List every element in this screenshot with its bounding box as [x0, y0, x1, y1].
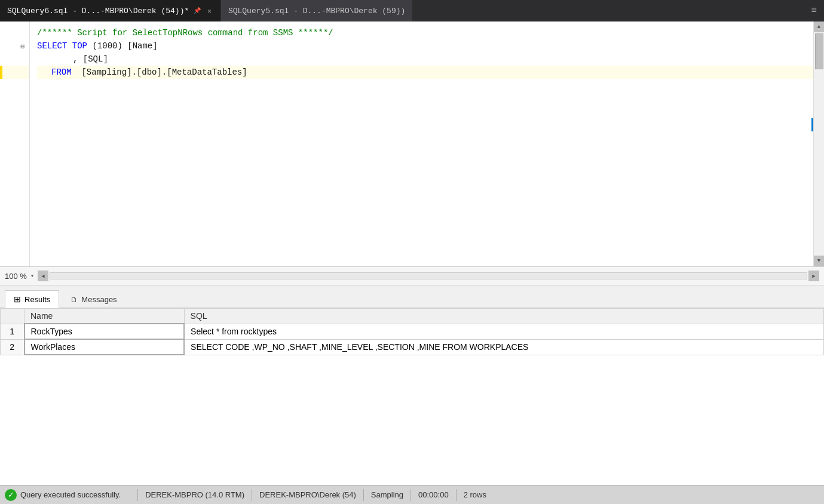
results-table: Name SQL 1RockTypesSelect * from rocktyp…: [0, 308, 824, 355]
horizontal-scrollbar[interactable]: ◀ ▶: [38, 271, 819, 281]
select-name: [Name]: [127, 41, 157, 51]
status-divider-1: [137, 489, 138, 501]
col-header-sql: SQL: [184, 309, 823, 324]
status-divider-3: [363, 489, 364, 501]
gutter-line-4: [0, 66, 29, 79]
results-area: ⊞ Results 🗋 Messages Name SQL 1RockTypes…: [0, 285, 824, 485]
gutter-line-1: [0, 26, 29, 39]
tab-bar: SQLQuery6.sql - D...-MBPRO\Derek (54))* …: [0, 0, 824, 21]
active-line-indicator: [0, 66, 2, 79]
scrollbar-left-btn[interactable]: ◀: [38, 271, 48, 281]
scrollbar-thumb[interactable]: [815, 33, 823, 69]
status-success-text: Query executed successfully.: [20, 490, 121, 499]
status-success-area: ✓ Query executed successfully.: [5, 489, 130, 501]
status-divider-4: [411, 489, 411, 501]
status-time: 00:00:00: [418, 490, 449, 499]
zoom-bar: 100 % ▾ ◀ ▶: [0, 266, 824, 285]
tab-query6-pin[interactable]: 📌: [194, 7, 201, 14]
col-header-rownum: [1, 309, 24, 324]
cell-name-1: RockTypes: [24, 324, 185, 339]
scrollbar-right-btn[interactable]: ▶: [808, 271, 819, 281]
from-table: [Sampling].[dbo].[MetaDataTables]: [81, 67, 247, 77]
tab-query5-label: SQLQuery5.sql - D...-MBPRO\Derek (59)): [228, 7, 405, 16]
kw-from: FROM: [51, 67, 76, 77]
main-window: SQLQuery6.sql - D...-MBPRO\Derek (54))* …: [0, 0, 824, 504]
scrollbar-up-btn[interactable]: ▲: [814, 21, 825, 32]
status-server: DEREK-MBPRO (14.0 RTM): [145, 490, 244, 499]
editor-area: ⊟ /****** Script for SelectTopNRows comm…: [0, 21, 824, 266]
tab-query6-label: SQLQuery6.sql - D...-MBPRO\Derek (54))*: [7, 7, 189, 16]
from-line-content: FROM [Sampling].[dbo].[MetaDataTables]: [51, 67, 247, 77]
cell-rownum-2: 2: [1, 339, 24, 355]
tab-results[interactable]: ⊞ Results: [5, 290, 59, 308]
col-header-name: Name: [24, 309, 185, 324]
code-line-select: SELECT TOP (1000) [Name]: [37, 39, 813, 53]
results-data-area: Name SQL 1RockTypesSelect * from rocktyp…: [0, 308, 824, 485]
cell-sql-1: Select * from rocktypes: [184, 324, 823, 339]
results-tab-bar: ⊞ Results 🗋 Messages: [0, 285, 824, 308]
cell-sql-2: SELECT CODE ,WP_NO ,SHAFT ,MINE_LEVEL ,S…: [184, 339, 823, 355]
tab-query6-close[interactable]: ✕: [206, 7, 213, 16]
editor-gutter: ⊟: [0, 21, 30, 266]
editor-content[interactable]: /****** Script for SelectTopNRows comman…: [30, 21, 813, 266]
status-rows: 2 rows: [464, 490, 486, 499]
kw-top: TOP: [72, 41, 93, 51]
table-row: 2WorkPlacesSELECT CODE ,WP_NO ,SHAFT ,MI…: [1, 339, 824, 355]
kw-select: SELECT: [37, 41, 72, 51]
gutter-line-3: [0, 53, 29, 66]
table-header-row: Name SQL: [1, 309, 824, 324]
status-divider-2: [252, 489, 252, 501]
tab-messages[interactable]: 🗋 Messages: [62, 291, 125, 308]
messages-tab-label: Messages: [81, 295, 117, 304]
scrollbar-down-btn[interactable]: ▼: [814, 256, 825, 266]
status-database: Sampling: [371, 490, 403, 499]
zoom-value: 100 %: [5, 272, 27, 281]
comma-sql: , [SQL]: [73, 54, 108, 64]
comment-text: /****** Script for SelectTopNRows comman…: [37, 28, 333, 38]
tab-overflow-menu[interactable]: ≡: [804, 0, 824, 21]
code-line-sql: , [SQL]: [37, 53, 813, 66]
top-value: (1000): [92, 41, 127, 51]
status-connection: DEREK-MBPRO\Derek (54): [259, 490, 356, 499]
cell-name-2: WorkPlaces: [24, 339, 185, 355]
status-divider-5: [456, 489, 457, 501]
code-line-comment: /****** Script for SelectTopNRows comman…: [37, 26, 813, 39]
results-tab-icon: ⊞: [14, 294, 21, 304]
cell-rownum-1: 1: [1, 324, 24, 339]
code-line-from: FROM [Sampling].[dbo].[MetaDataTables]: [37, 66, 813, 79]
gutter-line-2: ⊟: [0, 39, 29, 53]
results-tab-label: Results: [24, 295, 50, 304]
table-row: 1RockTypesSelect * from rocktypes: [1, 324, 824, 339]
zoom-dropdown-button[interactable]: ▾: [29, 271, 35, 281]
success-icon: ✓: [5, 489, 17, 501]
tab-query5[interactable]: SQLQuery5.sql - D...-MBPRO\Derek (59)): [221, 0, 413, 21]
messages-tab-icon: 🗋: [71, 296, 78, 304]
scrollbar-h-track[interactable]: [50, 272, 807, 279]
status-bar: ✓ Query executed successfully. DEREK-MBP…: [0, 485, 824, 504]
cursor-indicator: [811, 118, 813, 131]
collapse-icon[interactable]: ⊟: [20, 42, 24, 50]
tab-query6[interactable]: SQLQuery6.sql - D...-MBPRO\Derek (54))* …: [0, 0, 221, 21]
editor-scrollbar-vertical[interactable]: ▲ ▼: [813, 21, 824, 266]
